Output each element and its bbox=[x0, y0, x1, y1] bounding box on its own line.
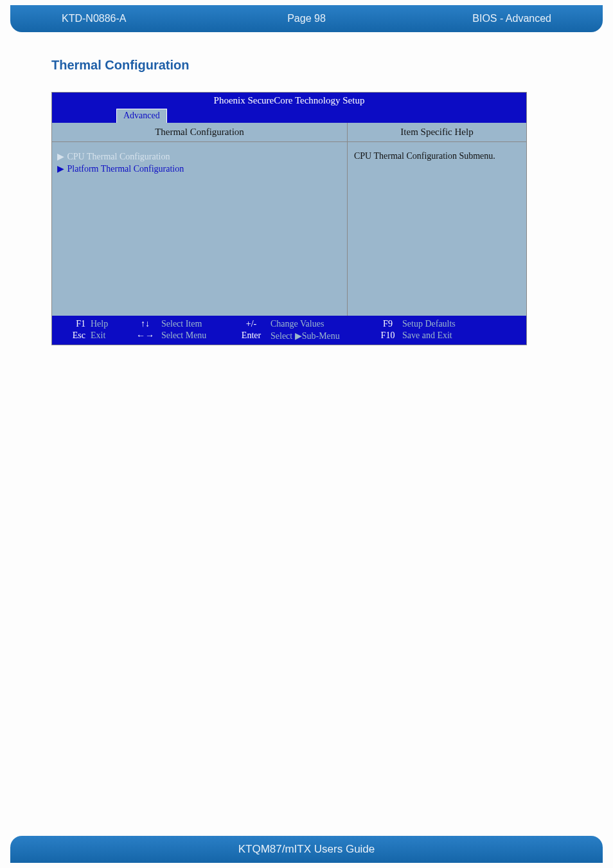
menu-item-label: CPU Thermal Configuration bbox=[67, 152, 170, 161]
key-enter: Enter bbox=[232, 330, 271, 341]
key-leftright: ←→ bbox=[129, 330, 161, 341]
bios-footer: F1 Help ↑↓ Select Item +/- Change Values… bbox=[52, 316, 526, 345]
right-pane-header: Item Specific Help bbox=[348, 123, 526, 141]
menu-item-cpu-thermal[interactable]: ▶ CPU Thermal Configuration bbox=[57, 151, 342, 162]
tab-advanced[interactable]: Advanced bbox=[116, 109, 167, 123]
key-esc-label: Exit bbox=[91, 330, 129, 341]
page-number: Page 98 bbox=[225, 13, 388, 24]
submenu-arrow-icon: ▶ bbox=[57, 151, 65, 162]
key-leftright-label: Select Menu bbox=[161, 330, 232, 341]
doc-id: KTD-N0886-A bbox=[23, 13, 225, 24]
key-enter-label: Select ▶Sub-Menu bbox=[271, 330, 373, 341]
key-f1: F1 bbox=[52, 319, 91, 329]
submenu-arrow-icon: ▶ bbox=[57, 163, 65, 174]
key-f1-label: Help bbox=[91, 319, 129, 329]
bios-tabs: Advanced bbox=[52, 109, 526, 123]
section-label: BIOS - Advanced bbox=[388, 13, 590, 24]
left-pane-header: Thermal Configuration bbox=[52, 123, 348, 141]
page-header: KTD-N0886-A Page 98 BIOS - Advanced bbox=[10, 5, 603, 32]
key-f10-label: Save and Exit bbox=[402, 330, 526, 341]
footer-row-1: F1 Help ↑↓ Select Item +/- Change Values… bbox=[52, 318, 526, 330]
key-updown: ↑↓ bbox=[129, 319, 161, 329]
bios-menu-pane: ▶ CPU Thermal Configuration ▶ Platform T… bbox=[52, 142, 348, 316]
key-f9: F9 bbox=[373, 319, 402, 329]
footer-text: KTQM87/mITX Users Guide bbox=[238, 843, 375, 856]
section-title: Thermal Configuration bbox=[51, 58, 562, 73]
bios-body: ▶ CPU Thermal Configuration ▶ Platform T… bbox=[52, 142, 526, 316]
bios-pane-headers: Thermal Configuration Item Specific Help bbox=[52, 123, 526, 142]
key-f9-label: Setup Defaults bbox=[402, 319, 526, 329]
key-plusminus-label: Change Values bbox=[271, 319, 373, 329]
key-f10: F10 bbox=[373, 330, 402, 341]
tab-spacer bbox=[52, 109, 116, 123]
bios-help-pane: CPU Thermal Configuration Submenu. bbox=[348, 142, 526, 316]
key-esc: Esc bbox=[52, 330, 91, 341]
menu-item-label: Platform Thermal Configuration bbox=[67, 164, 184, 174]
bios-title: Phoenix SecureCore Technology Setup bbox=[52, 93, 526, 109]
tab-spacer bbox=[167, 109, 526, 123]
footer-row-2: Esc Exit ←→ Select Menu Enter Select ▶Su… bbox=[52, 330, 526, 342]
key-plusminus: +/- bbox=[232, 319, 271, 329]
page-footer: KTQM87/mITX Users Guide bbox=[10, 836, 603, 863]
content-area: Thermal Configuration Phoenix SecureCore… bbox=[0, 32, 613, 345]
menu-item-platform-thermal[interactable]: ▶ Platform Thermal Configuration bbox=[57, 163, 342, 174]
bios-screenshot: Phoenix SecureCore Technology Setup Adva… bbox=[51, 92, 527, 345]
key-updown-label: Select Item bbox=[161, 319, 232, 329]
help-text: CPU Thermal Configuration Submenu. bbox=[354, 151, 495, 161]
